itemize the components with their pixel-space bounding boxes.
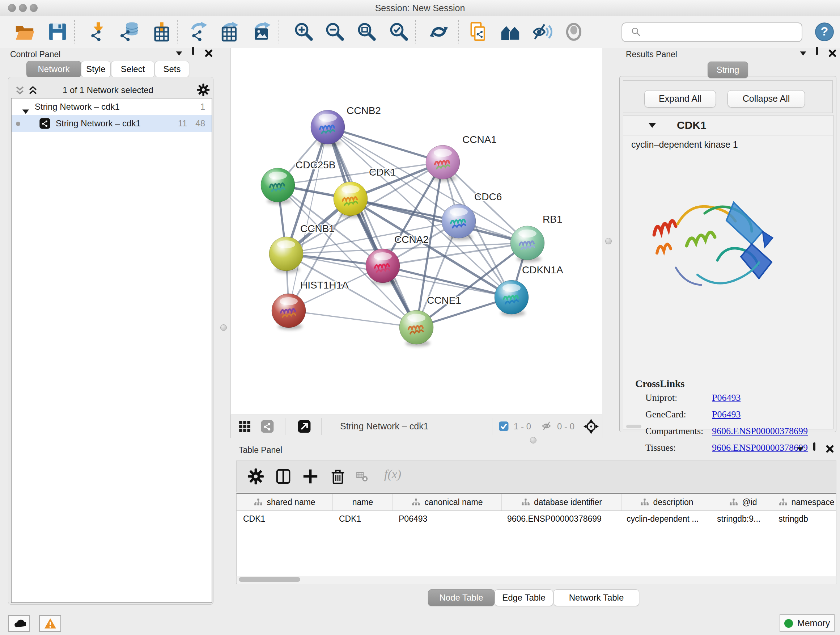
hidden-count: 0 - 0 [557,415,575,438]
network-edge[interactable] [328,127,416,327]
column-header-@id[interactable]: @id [712,494,774,510]
birds-eye-grid-icon[interactable] [238,420,252,433]
scrollbar-thumb[interactable] [239,577,300,582]
table-header-row: shared namenamecanonical namedatabase id… [237,494,836,511]
memory-button[interactable]: Memory [780,614,835,632]
open-session-icon[interactable] [14,21,35,42]
duplicate-network-icon[interactable] [468,21,489,42]
node-layer: CCNB2 CCNA1 CDC25B CDK1 CDC6 RB1 CCNB1 C… [261,105,563,347]
show-columns-icon[interactable] [275,468,292,485]
section-scrollbar[interactable] [626,424,641,428]
search-input[interactable] [638,25,802,40]
add-column-icon[interactable] [302,468,319,485]
save-session-icon[interactable] [47,21,68,42]
panel-close-icon[interactable] [827,48,838,59]
expand-all-button[interactable]: Expand All [644,90,716,108]
string-query-icon[interactable] [500,21,521,42]
panel-menu-icon[interactable] [795,443,806,454]
import-network-from-file-icon[interactable] [88,21,109,42]
tab-network-table[interactable]: Network Table [554,589,639,606]
column-header-description[interactable]: description [622,494,712,510]
tab-style[interactable]: Style [81,61,111,78]
zoom-selected-region-icon[interactable] [388,21,409,42]
toolbar-separator [458,20,459,43]
panel-float-icon[interactable] [815,48,826,59]
table-horizontal-scrollbar[interactable] [236,576,836,583]
zoom-in-icon[interactable] [294,21,314,42]
crosslink-link[interactable]: P06493 [712,393,741,403]
protein-section-header[interactable]: CDK1 [623,116,833,135]
panel-float-icon[interactable] [812,443,823,454]
table-cell[interactable]: stringdb:9... [711,511,772,527]
import-table-from-file-icon[interactable] [151,21,172,42]
collapse-all-button[interactable]: Collapse All [728,90,805,108]
network-badge-icon[interactable] [261,420,274,433]
column-header-canonical-name[interactable]: canonical name [393,494,502,510]
column-header-namespace[interactable]: namespace [774,494,836,510]
collection-expander-icon[interactable] [22,103,30,110]
protein-name: CDK1 [677,116,706,135]
export-table-icon[interactable] [220,21,241,42]
table-cell[interactable]: stringdb [772,511,836,527]
table-options-gear-icon[interactable] [248,468,264,485]
crosslink-label: Uniprot: [645,393,677,403]
protein-node-CCNE1[interactable]: CCNE1 [399,295,461,347]
help-icon[interactable]: ? [815,22,834,42]
presentation-mode-icon[interactable] [563,21,584,42]
column-type-icon [411,497,421,507]
open-in-window-icon[interactable] [297,420,311,433]
hide-glasspane-icon[interactable] [532,21,553,42]
node-label-HIST1H1A: HIST1H1A [300,279,349,291]
tab-edge-table[interactable]: Edge Table [494,589,553,606]
network-canvas[interactable]: CCNB2 CCNA1 CDC25B CDK1 CDC6 RB1 CCNB1 C… [231,48,602,415]
import-network-from-database-icon[interactable] [118,21,139,42]
network-options-gear-icon[interactable] [197,83,210,96]
zoom-out-icon[interactable] [325,21,346,42]
crosslink-link[interactable]: P06493 [712,409,741,420]
protein-node-CCNA1[interactable]: CCNA1 [426,134,497,181]
tab-string[interactable]: String [707,62,748,78]
protein-node-HIST1H1A[interactable]: HIST1H1A [272,279,349,330]
network-edge[interactable] [289,310,416,327]
column-header-name[interactable]: name [333,494,393,510]
current-network-title: String Network – cdk1 [340,415,429,438]
table-cell[interactable]: cyclin-dependent ... [620,511,711,527]
export-network-icon[interactable] [189,21,210,42]
delete-column-icon[interactable] [330,468,346,485]
panel-menu-icon[interactable] [174,48,185,59]
table-cell[interactable]: P06493 [392,511,501,527]
network-collection-row[interactable]: String Network – cdk1 1 [11,98,212,115]
node-table[interactable]: shared namenamecanonical namedatabase id… [236,493,836,584]
table-row[interactable]: CDK1CDK1P064939606.ENSP00000378699cyclin… [237,511,836,527]
panel-close-icon[interactable] [824,443,835,454]
table-cell[interactable]: CDK1 [332,511,392,527]
tab-network[interactable]: Network [27,61,81,78]
right-splitter-handle[interactable] [605,238,612,244]
panel-float-icon[interactable] [191,48,202,59]
warning-status-button[interactable] [39,615,61,632]
tab-select[interactable]: Select [111,61,155,78]
protein-node-RB1[interactable]: RB1 [510,214,562,262]
export-image-icon[interactable] [252,21,273,42]
table-cell[interactable]: CDK1 [237,511,332,527]
table-cell[interactable]: 9606.ENSP00000378699 [501,511,620,527]
fit-selected-crosshair-icon[interactable] [583,418,599,434]
column-header-database-identifier[interactable]: database identifier [502,494,622,510]
panel-close-icon[interactable] [203,48,214,59]
cloud-status-button[interactable] [8,615,30,632]
column-header-shared-name[interactable]: shared name [237,494,333,510]
zoom-fit-content-icon[interactable] [356,21,377,42]
network-row-selected[interactable]: String Network – cdk1 11 48 [11,115,212,132]
section-collapse-icon[interactable] [648,122,657,128]
tab-node-table[interactable]: Node Table [428,589,494,606]
panel-menu-icon[interactable] [798,48,808,59]
tab-sets[interactable]: Sets [155,61,189,78]
network-edge[interactable] [328,127,443,162]
apply-preferred-layout-icon[interactable] [428,21,449,42]
protein-node-CDKN1A[interactable]: CDKN1A [494,264,563,317]
selected-items-checkbox-icon[interactable] [499,421,509,432]
left-splitter-handle[interactable] [220,325,227,331]
crosslink-label: GeneCard: [645,409,686,420]
protein-node-CCNB1[interactable]: CCNB1 [269,223,335,273]
crosslink-link[interactable]: 9606.ENSP00000378699 [712,426,808,437]
